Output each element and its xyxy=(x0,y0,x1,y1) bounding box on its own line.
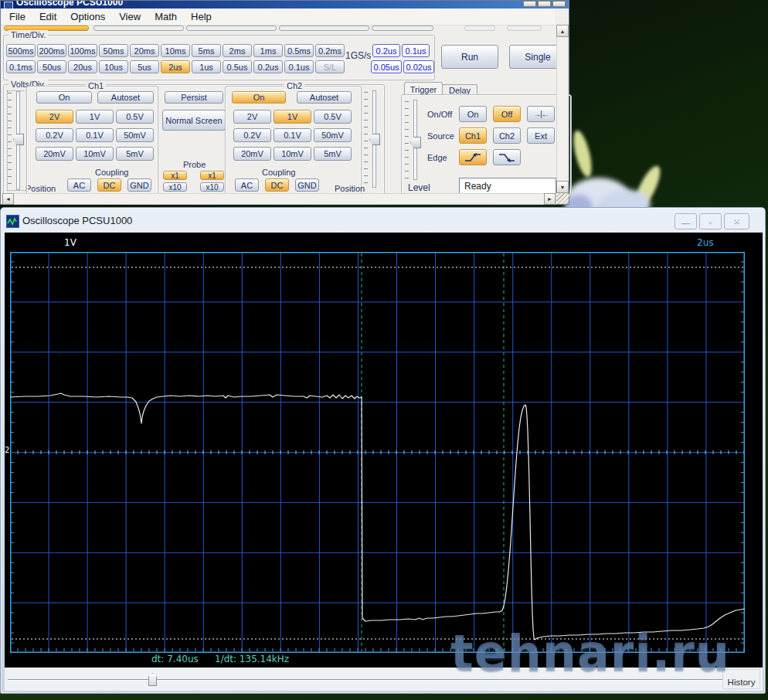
trigger-position-arrows-button[interactable]: →|← xyxy=(527,106,555,122)
menu-bar-file[interactable]: File xyxy=(2,9,32,24)
rate-row1-0-2us[interactable]: 0.2us xyxy=(372,44,400,57)
ch2-on-button[interactable]: On xyxy=(232,91,286,104)
trigger-onoff-row-on[interactable]: On xyxy=(459,106,487,122)
scroll-left-icon[interactable]: ◄ xyxy=(2,193,14,205)
rate-row1-0-1us[interactable]: 0.1us xyxy=(402,44,430,57)
ch1-volts-grid-20mv[interactable]: 20mV xyxy=(36,147,73,161)
ch2-autoset-button[interactable]: Autoset xyxy=(297,91,352,104)
ch1-volts-grid-2v[interactable]: 2V xyxy=(36,110,73,124)
ch2-volts-grid-0-2v[interactable]: 0.2V xyxy=(233,128,271,142)
ch1-volts-grid-5mv[interactable]: 5mV xyxy=(116,147,154,161)
ch1-volts-grid-0-5v[interactable]: 0.5V xyxy=(116,110,154,124)
trigger-source-row-ext[interactable]: Ext xyxy=(527,127,555,144)
trigger-level-slider[interactable] xyxy=(405,100,419,180)
timediv-row1-20ms[interactable]: 20ms xyxy=(130,44,159,57)
timediv-row2-2us[interactable]: 2us xyxy=(161,60,190,73)
horizontal-scrollbar[interactable] xyxy=(2,193,556,205)
window2-titlebar[interactable]: Oscilloscope PCSU1000 — ▫ ✕ xyxy=(1,208,765,233)
timediv-row1-200ms[interactable]: 200ms xyxy=(37,44,66,57)
probe-grid-x1[interactable]: x1 xyxy=(200,171,224,180)
menu-bar-edit[interactable]: Edit xyxy=(32,9,63,24)
rate-row2-0-02us[interactable]: 0.02us xyxy=(403,60,434,73)
trigger-edge-rising-button[interactable] xyxy=(459,149,487,165)
ch1-position-slider[interactable] xyxy=(7,90,27,191)
close-icon[interactable]: ✕ xyxy=(724,213,749,229)
slider-thumb[interactable] xyxy=(410,137,421,148)
run-button[interactable]: Run xyxy=(441,45,498,69)
ch1-volts-grid-0-2v[interactable]: 0.2V xyxy=(36,128,73,142)
scroll-up-icon[interactable]: ▲ xyxy=(556,25,569,37)
normal-screen-button[interactable]: Normal Screen xyxy=(162,110,226,131)
ch2-volts-grid-1v[interactable]: 1V xyxy=(274,110,311,124)
timediv-row1-100ms[interactable]: 100ms xyxy=(68,44,97,57)
maximize-icon[interactable] xyxy=(538,1,551,7)
timediv-row1-10ms[interactable]: 10ms xyxy=(161,44,190,57)
ch2-group: Ch2 On Autoset 2V1V0.5V0.2V0.1V50mV20mV1… xyxy=(225,86,362,197)
minimize-icon[interactable]: — xyxy=(675,213,697,229)
minimize-icon[interactable] xyxy=(523,1,536,7)
probe-grid-x10[interactable]: x10 xyxy=(163,182,187,192)
ch1-coupling-row-dc[interactable]: DC xyxy=(97,178,121,192)
timediv-row2-20us[interactable]: 20us xyxy=(68,60,97,73)
timediv-row1-1ms[interactable]: 1ms xyxy=(253,44,283,57)
ch2-volts-grid-2v[interactable]: 2V xyxy=(233,110,271,124)
menu-bar-options[interactable]: Options xyxy=(63,9,112,24)
menu-bar-help[interactable]: Help xyxy=(184,9,219,24)
ch2-position-slider[interactable] xyxy=(364,90,381,188)
scroll-right-icon[interactable]: ► xyxy=(544,193,556,205)
ch1-coupling-row-gnd[interactable]: GND xyxy=(127,178,151,192)
ch2-volts-grid-5mv[interactable]: 5mV xyxy=(314,147,352,161)
ch1-autoset-button[interactable]: Autoset xyxy=(97,91,154,104)
window1-titlebar[interactable]: Oscilloscope PCSU1000 xyxy=(1,1,569,8)
timediv-row2-1us[interactable]: 1us xyxy=(192,60,221,73)
trigger-source-row-ch1[interactable]: Ch1 xyxy=(459,127,487,144)
timediv-row1-0-2ms[interactable]: 0.2ms xyxy=(315,44,345,57)
ch1-volts-grid-1v[interactable]: 1V xyxy=(76,110,114,124)
timediv-row2-s-l[interactable]: S/L xyxy=(315,60,345,73)
ch1-volts-grid-10mv[interactable]: 10mV xyxy=(76,147,114,161)
trigger-edge-falling-button[interactable] xyxy=(493,149,521,165)
ch2-volts-grid-50mv[interactable]: 50mV xyxy=(314,128,352,142)
ch2-coupling-row-dc[interactable]: DC xyxy=(265,178,289,192)
ch2-volts-grid: 2V1V0.5V0.2V0.1V50mV20mV10mV5mV xyxy=(233,110,352,161)
ch2-volts-grid-20mv[interactable]: 20mV xyxy=(233,147,271,161)
timediv-row1-500ms[interactable]: 500ms xyxy=(6,44,36,57)
timediv-row2-5us[interactable]: 5us xyxy=(130,60,159,73)
ch1-on-button[interactable]: On xyxy=(36,91,92,104)
timediv-row2-0-1ms[interactable]: 0.1ms xyxy=(6,60,36,73)
rate-row2-0-05us[interactable]: 0.05us xyxy=(371,60,402,73)
ch2-coupling-row-ac[interactable]: AC xyxy=(235,178,259,192)
timediv-row2-0-1us[interactable]: 0.1us xyxy=(284,60,314,73)
close-icon[interactable] xyxy=(552,1,566,7)
ch1-volts-grid-0-1v[interactable]: 0.1V xyxy=(76,128,114,142)
timediv-row1-5ms[interactable]: 5ms xyxy=(192,44,221,57)
ch1-coupling-row-ac[interactable]: AC xyxy=(67,178,91,192)
menu-bar-view[interactable]: View xyxy=(112,9,148,24)
timediv-row2-10us[interactable]: 10us xyxy=(99,60,128,73)
timediv-row1-50ms[interactable]: 50ms xyxy=(99,44,128,57)
timediv-row2-0-5us[interactable]: 0.5us xyxy=(223,60,252,73)
ch2-volts-grid-0-5v[interactable]: 0.5V xyxy=(314,110,352,124)
trackbar-thumb[interactable] xyxy=(148,673,157,686)
trigger-source-row-ch2[interactable]: Ch2 xyxy=(493,127,521,144)
timediv-row2-50us[interactable]: 50us xyxy=(37,60,66,73)
probe-grid-x10[interactable]: x10 xyxy=(200,182,224,192)
ch2-coupling-row-gnd[interactable]: GND xyxy=(295,178,319,192)
slider-thumb[interactable] xyxy=(13,134,24,145)
ch2-volts-grid-10mv[interactable]: 10mV xyxy=(274,147,311,161)
maximize-icon[interactable]: ▫ xyxy=(699,213,722,229)
resize-grip[interactable] xyxy=(556,193,569,204)
scroll-down-icon[interactable]: ▼ xyxy=(556,181,569,193)
ch1-volts-grid-50mv[interactable]: 50mV xyxy=(116,128,154,142)
slider-thumb[interactable] xyxy=(369,134,380,145)
vertical-scrollbar[interactable] xyxy=(556,25,569,193)
trigger-status-combo[interactable]: Ready xyxy=(459,178,556,194)
persist-button[interactable]: Persist xyxy=(165,91,223,104)
timediv-row2-0-2us[interactable]: 0.2us xyxy=(253,60,283,73)
timediv-row1-2ms[interactable]: 2ms xyxy=(223,44,252,57)
menu-bar-math[interactable]: Math xyxy=(148,9,184,24)
timediv-row1-0-5ms[interactable]: 0.5ms xyxy=(284,44,314,57)
probe-grid-x1[interactable]: x1 xyxy=(163,171,187,180)
ch2-volts-grid-0-1v[interactable]: 0.1V xyxy=(274,128,311,142)
trigger-onoff-row-off[interactable]: Off xyxy=(493,106,521,122)
